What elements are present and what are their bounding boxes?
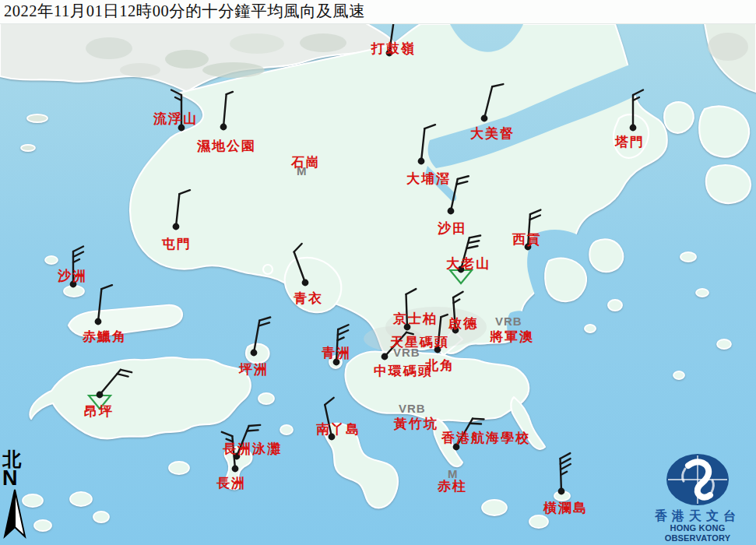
station-dot: [458, 266, 465, 273]
station-dot: [630, 125, 637, 132]
station-marker-sai-kung: [525, 209, 541, 251]
wind-barb-lau-fau-shan: [171, 90, 181, 128]
wind-barb-tai-mei-tuk: [484, 82, 503, 121]
wind-barb-central-pier: [385, 330, 413, 361]
station-dot: [404, 324, 411, 331]
map-title: 2022年11月01日12時00分的十分鐘平均風向及風速: [0, 0, 756, 23]
wind-barb-sha-tin: [451, 174, 469, 213]
station-marker-lamma-island: [324, 398, 342, 441]
station-dot: [329, 434, 336, 441]
station-marker-green-island: [333, 325, 349, 366]
hko-logo: 香港天文台 HONG KONG OBSERVATORY: [643, 453, 752, 543]
station-marker-ngong-ping: [89, 366, 132, 409]
station-dot: [232, 466, 239, 473]
wind-barb-sha-chau: [73, 247, 83, 285]
wind-barb-tates-cairn: [461, 233, 480, 272]
wind-barb-peng-chau: [254, 315, 270, 354]
station-marker-kings-park: [404, 289, 417, 330]
north-letter: N: [2, 469, 29, 488]
wind-barb-wetland-park: [223, 91, 233, 128]
station-dot: [558, 488, 565, 495]
station-dot: [418, 158, 425, 165]
station-marker-waglan-island: [558, 453, 571, 494]
wind-barb-north-point: [438, 314, 448, 350]
station-marker-wetland-park: [220, 91, 233, 130]
wind-barb-tap-mun: [633, 90, 643, 128]
wind-barb-green-island: [336, 325, 349, 363]
wind-barb-lamma-island: [324, 398, 342, 437]
station-marker-tuen-mun: [173, 189, 190, 230]
station-marker-tai-po-kau: [418, 124, 435, 165]
wind-barb-sai-kung: [528, 209, 540, 248]
station-marker-chek-lap-kok: [95, 284, 112, 325]
station-dot: [302, 280, 309, 287]
station-dot: [251, 350, 258, 357]
station-dot: [386, 50, 393, 57]
station-marker-cheung-chau: [222, 431, 239, 473]
station-marker-kai-tak: [452, 292, 466, 334]
station-marker-peng-chau: [251, 315, 271, 356]
station-dot: [382, 353, 389, 360]
station-dot: [452, 327, 459, 334]
station-marker-tap-mun: [630, 90, 643, 132]
wind-barb-tsing-yi: [292, 244, 315, 283]
station-marker-central-pier: [382, 330, 413, 361]
station-marker-cheung-chau-beach: [234, 421, 261, 460]
station-marker-north-point: [434, 314, 448, 353]
station-marker-lau-fau-shan: [171, 90, 185, 132]
station-dot: [178, 125, 185, 132]
wind-barb-chek-lap-kok: [98, 284, 112, 323]
station-dot: [220, 124, 227, 131]
north-compass: 北 N: [2, 450, 29, 545]
station-marker-tai-mei-tuk: [481, 82, 504, 121]
north-arrow-icon: [2, 488, 29, 543]
station-marker-hk-sea-school: [453, 414, 484, 452]
hko-logo-icon: [665, 453, 730, 509]
wind-barb-waglan-island: [560, 453, 571, 491]
station-marker-tates-cairn: [450, 233, 480, 283]
station-marker-sha-chau: [70, 247, 83, 288]
station-dot: [453, 444, 460, 451]
station-dot: [448, 208, 455, 215]
title-bar: 2022年11月01日12時00分的十分鐘平均風向及風速: [0, 0, 756, 24]
wind-barb-tai-po-kau: [421, 124, 435, 163]
station-marker-tsing-yi: [292, 244, 315, 286]
station-dot: [333, 359, 340, 366]
station-dot: [481, 115, 488, 122]
station-dot: [70, 281, 77, 288]
station-dot: [434, 346, 441, 353]
wind-barb-kings-park: [406, 289, 417, 327]
hko-name-english: HONG KONG OBSERVATORY: [643, 523, 752, 543]
station-dot: [173, 223, 180, 230]
hko-name-chinese: 香港天文台: [643, 509, 752, 523]
wind-barb-hk-sea-school: [456, 414, 484, 452]
wind-barb-cheung-chau-beach: [237, 421, 260, 460]
station-marker-sha-tin: [448, 174, 469, 215]
station-dot: [97, 392, 104, 399]
station-dot: [525, 244, 532, 251]
wind-map-screen: 流浮山濕地公園石崗M打鼓嶺大美督塔門大埔滘沙田屯門西貢沙洲大老山青衣赤鱲角京士柏…: [0, 0, 756, 545]
station-dot: [95, 318, 102, 325]
wind-barb-tuen-mun: [176, 189, 190, 228]
wind-barb-cheung-chau: [222, 431, 235, 469]
wind-barb-kai-tak: [453, 292, 466, 330]
